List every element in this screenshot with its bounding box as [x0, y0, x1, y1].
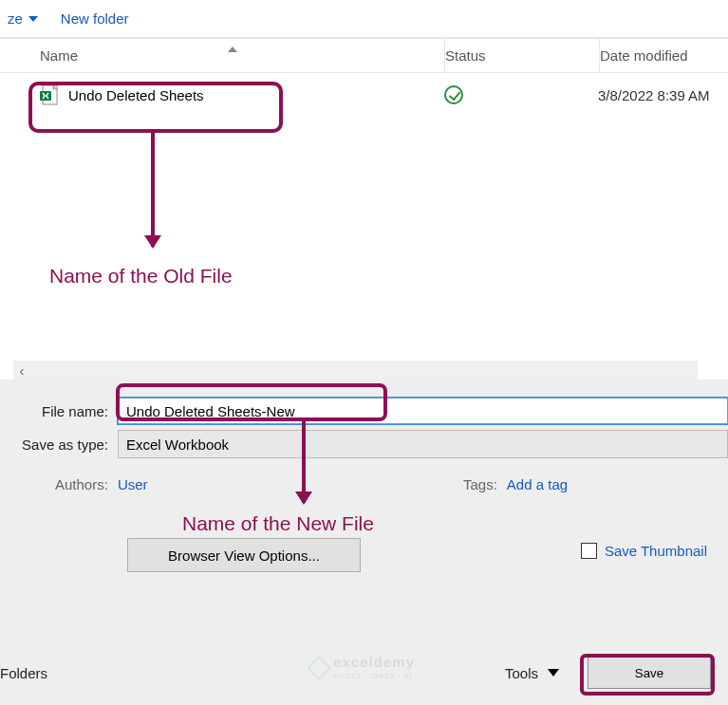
- save-panel: File name: Save as type: Excel Workbook …: [0, 380, 728, 705]
- file-status-cell: [444, 85, 598, 104]
- save-type-select[interactable]: Excel Workbook: [118, 430, 728, 458]
- file-row[interactable]: Undo Deleted Sheets 3/8/2022 8:39 AM: [0, 73, 728, 117]
- save-button-label: Save: [635, 666, 663, 680]
- save-thumbnail-row: Save Thumbnail: [581, 543, 707, 559]
- file-name: Undo Deleted Sheets: [68, 87, 204, 103]
- horizontal-scrollbar[interactable]: ‹: [13, 361, 698, 380]
- column-status-label: Status: [445, 47, 486, 64]
- metadata-row: Authors: User Tags: Add a tag: [0, 463, 728, 492]
- dialog-bottom-row: Folders Tools Save: [0, 654, 728, 692]
- column-header-status[interactable]: Status: [445, 47, 599, 64]
- authors-value[interactable]: User: [118, 476, 148, 492]
- excel-file-icon: [40, 84, 59, 105]
- tags-add[interactable]: Add a tag: [507, 476, 568, 492]
- column-header-date[interactable]: Date modified: [600, 47, 728, 64]
- toolbar: ze New folder: [0, 0, 728, 38]
- tools-dropdown[interactable]: Tools: [505, 665, 559, 681]
- column-name-label: Name: [40, 47, 78, 64]
- save-thumbnail-label[interactable]: Save Thumbnail: [605, 543, 707, 559]
- scroll-left-icon[interactable]: ‹: [13, 362, 30, 379]
- chevron-down-icon: [28, 16, 38, 22]
- file-name-label: File name:: [0, 403, 118, 419]
- annotation-new-file-arrow: [302, 421, 306, 503]
- folders-label: Folders: [0, 665, 47, 681]
- annotation-new-file-text: Name of the New File: [182, 512, 374, 535]
- save-type-label: Save as type:: [0, 436, 118, 453]
- browser-view-options-button[interactable]: Browser View Options...: [127, 538, 361, 572]
- file-date-cell: 3/8/2022 8:39 AM: [598, 87, 728, 103]
- tools-label: Tools: [505, 665, 538, 681]
- authors-label: Authors:: [55, 476, 108, 492]
- organize-label: ze: [8, 10, 23, 27]
- annotation-old-file-arrow: [151, 133, 155, 247]
- hide-folders-toggle[interactable]: Folders: [0, 665, 47, 681]
- file-name-cell: Undo Deleted Sheets: [0, 84, 444, 105]
- new-folder-label: New folder: [61, 10, 129, 27]
- save-type-value: Excel Workbook: [126, 436, 229, 453]
- list-header: Name Status Date modified: [0, 39, 728, 73]
- organize-dropdown[interactable]: ze: [8, 10, 38, 27]
- chevron-down-icon: [548, 669, 559, 677]
- annotation-old-file-text: Name of the Old File: [49, 265, 233, 288]
- tags-label: Tags:: [463, 476, 497, 492]
- save-thumbnail-checkbox[interactable]: [581, 543, 597, 559]
- column-header-name[interactable]: Name: [0, 47, 444, 64]
- file-list: Name Status Date modified Undo Deleted S…: [0, 38, 728, 380]
- file-name-input[interactable]: [118, 398, 728, 424]
- sort-ascending-icon: [228, 46, 237, 52]
- browser-view-options-label: Browser View Options...: [168, 547, 320, 564]
- column-date-label: Date modified: [600, 47, 688, 64]
- new-folder-button[interactable]: New folder: [61, 10, 129, 27]
- save-button[interactable]: Save: [588, 657, 711, 689]
- status-synced-icon: [444, 85, 463, 104]
